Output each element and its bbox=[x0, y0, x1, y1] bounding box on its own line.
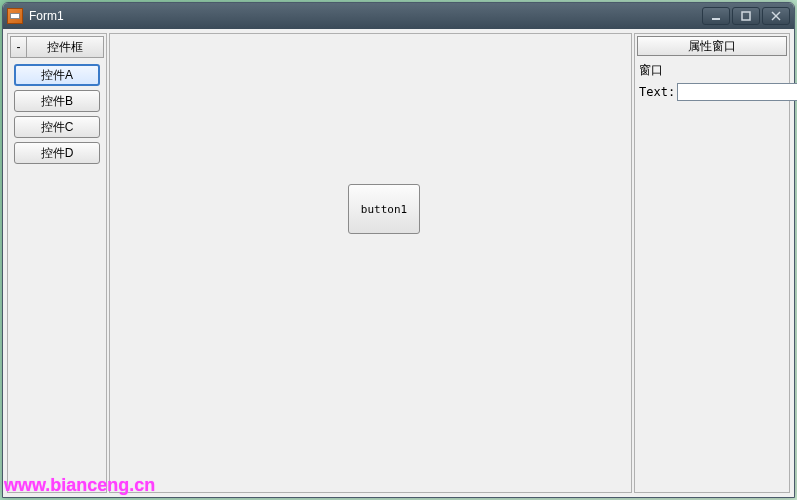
properties-text-label: Text: bbox=[639, 85, 675, 99]
toolbox-header[interactable]: - 控件框 bbox=[10, 36, 104, 58]
toolbox-item-a[interactable]: 控件A bbox=[14, 64, 100, 86]
app-window: Form1 - 控件框 控件A 控件B bbox=[2, 2, 795, 498]
design-canvas[interactable]: button1 bbox=[109, 33, 632, 493]
minimize-button[interactable] bbox=[702, 7, 730, 25]
properties-panel: 属性窗口 窗口 Text: bbox=[634, 33, 790, 493]
close-icon bbox=[771, 11, 781, 21]
window-title: Form1 bbox=[29, 9, 702, 23]
toolbox-item-label: 控件C bbox=[41, 119, 74, 136]
collapse-icon[interactable]: - bbox=[11, 37, 27, 57]
maximize-icon bbox=[741, 11, 751, 21]
toolbox-item-d[interactable]: 控件D bbox=[14, 142, 100, 164]
toolbox-panel: - 控件框 控件A 控件B 控件C 控件D bbox=[7, 33, 107, 493]
toolbox-item-label: 控件D bbox=[41, 145, 74, 162]
placed-button[interactable]: button1 bbox=[348, 184, 420, 234]
toolbox-title: 控件框 bbox=[27, 39, 103, 56]
maximize-button[interactable] bbox=[732, 7, 760, 25]
minimize-icon bbox=[711, 11, 721, 21]
window-controls bbox=[702, 7, 790, 25]
client-area: - 控件框 控件A 控件B 控件C 控件D button1 属性窗口 bbox=[3, 29, 794, 497]
app-icon bbox=[7, 8, 23, 24]
properties-object-label: 窗口 bbox=[639, 62, 663, 79]
titlebar[interactable]: Form1 bbox=[3, 3, 794, 29]
toolbox-item-label: 控件B bbox=[41, 93, 73, 110]
toolbox-item-c[interactable]: 控件C bbox=[14, 116, 100, 138]
toolbox-item-label: 控件A bbox=[41, 67, 73, 84]
toolbox-item-b[interactable]: 控件B bbox=[14, 90, 100, 112]
properties-header: 属性窗口 bbox=[637, 36, 787, 56]
properties-text-input[interactable] bbox=[677, 83, 797, 101]
svg-rect-1 bbox=[742, 12, 750, 20]
placed-button-label: button1 bbox=[361, 203, 407, 216]
close-button[interactable] bbox=[762, 7, 790, 25]
